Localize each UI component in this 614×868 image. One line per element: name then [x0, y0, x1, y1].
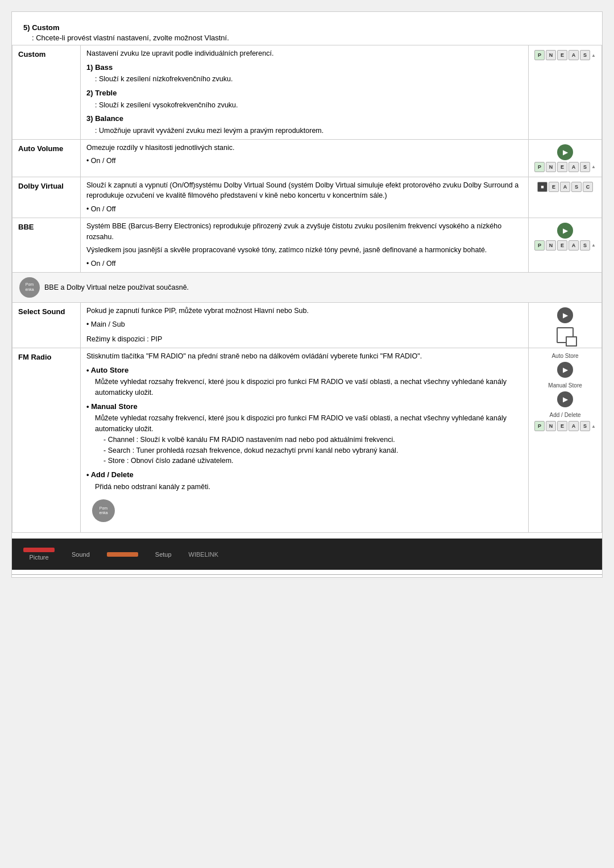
custom-balance-head: 3) Balance [86, 113, 522, 124]
sound-label: Sound [72, 551, 90, 558]
table-row: FM Radio Stisknutím tlačítka "FM RADIO" … [13, 348, 602, 533]
picture-bar [23, 548, 55, 552]
row-label-auto-volume: Auto Volume [13, 139, 81, 177]
c-icon: C [583, 182, 593, 192]
auto-vol-bullet: • On / Off [86, 156, 522, 166]
note-cell: Pomenka BBE a Dolby Virtual nelze použív… [13, 272, 602, 302]
row-content-custom: Nastavení zvuku lze upravit podle indivi… [81, 45, 529, 140]
p-icon: P [534, 240, 545, 251]
table-row: Dolby Virtual Slouží k zapnutí a vypnutí… [13, 177, 602, 218]
s-icon: S [580, 50, 590, 60]
auto-vol-intro: Omezuje rozdíly v hlasitosti jednotlivýc… [86, 143, 522, 153]
icon-strip-custom: P N E A S ▲ [534, 50, 596, 60]
custom-treble-desc: : Slouží k zesílení vysokofrekvenčního z… [95, 100, 522, 111]
row-icon-auto-volume: ▶ P N E A S ▲ [529, 139, 602, 177]
fm-search-desc: - Search : Tuner prohledá rozsah frekven… [103, 445, 522, 456]
wibelink-label: WIBELINK [189, 551, 219, 558]
page-container: 5) Custom : Chcete-li provést vlastní na… [11, 11, 603, 578]
fm-channel-desc: - Channel : Slouží k volbě kanálu FM RAD… [103, 435, 522, 445]
fm-manual-store-head: • Manual Store [86, 401, 522, 412]
picture-label: Picture [29, 554, 48, 561]
fm-manual-store-desc: Můžete vyhledat rozsahy frekvencí, které… [95, 413, 522, 435]
fm-auto-store-desc: Můžete vyhledat rozsahy frekvencí, které… [95, 377, 522, 398]
pom-icon: Pomenka [19, 277, 40, 298]
row-content-dolby: Slouží k zapnutí a vypnutí (On/Off)systé… [81, 177, 529, 218]
row-content-bbe: Systém BBE (Barcus-Berry Electronics) re… [81, 218, 529, 272]
auto-store-label: Auto Store [551, 353, 578, 359]
s-icon: S [580, 421, 590, 431]
note-text: BBE a Dolby Virtual nelze používat souča… [44, 283, 189, 291]
nav-sound[interactable]: Sound [72, 551, 90, 558]
select-sound-icon: ▶ [534, 307, 596, 343]
s-icon: S [571, 182, 582, 192]
top-item-desc: : Chcete-li provést vlastní nastavení, z… [32, 34, 591, 42]
n-icon: N [546, 50, 556, 60]
row-icon-bbe: ▶ P N E A S ▲ [529, 218, 602, 272]
fm-add-delete-head: • Add / Delete [86, 469, 522, 481]
fm-store-desc: - Store : Obnoví číslo zadané uživatelem… [103, 456, 522, 466]
select-sound-mode: Režimy k dispozici : PIP [86, 334, 522, 345]
custom-treble-head: 2) Treble [86, 87, 522, 99]
bbe-intro2: Výsledkem jsou jasnější a skvěle proprac… [86, 245, 522, 256]
icon-strip-dolby: ■ E A S C [534, 182, 596, 192]
nav-setup[interactable]: Setup [155, 551, 172, 558]
row-content-auto-volume: Omezuje rozdíly v hlasitosti jednotlivýc… [81, 139, 529, 177]
e-icon: E [549, 182, 559, 192]
e-icon: E [557, 50, 567, 60]
dolby-bullet: • On / Off [86, 204, 522, 215]
s-icon: S [580, 240, 590, 251]
a-icon: A [560, 182, 570, 192]
footer-divider [12, 574, 602, 575]
a-icon: A [569, 162, 579, 172]
select-sound-intro: Pokud je zapnutí funkce PIP, můžete vybr… [86, 306, 522, 316]
row-label-dolby: Dolby Virtual [13, 177, 81, 218]
a-icon: A [569, 421, 579, 431]
p-icon: P [534, 421, 545, 431]
custom-intro: Nastavení zvuku lze upravit podle indivi… [86, 48, 522, 59]
play-icon-green: ▶ [557, 144, 573, 160]
custom-balance-desc: : Umožňuje upravit vyvážení zvuku mezi l… [95, 126, 522, 136]
n-icon: N [546, 421, 556, 431]
e-icon: E [557, 162, 567, 172]
row-icon-fm: Auto Store ▶ Manual Store ▶ Add / Delete… [529, 348, 602, 533]
fm-note-inline: Pomenka [92, 499, 522, 522]
row-icon-select-sound: ▶ [529, 302, 602, 348]
table-row: Select Sound Pokud je zapnutí funkce PIP… [13, 302, 602, 348]
n-icon: N [546, 162, 556, 172]
row-label-fm-radio: FM Radio [13, 348, 81, 533]
manual-store-label: Manual Store [548, 382, 582, 389]
time-bar [107, 552, 138, 557]
pom-icon-fm: Pomenka [92, 499, 115, 522]
fm-add-delete-desc: Přidá nebo odstraní kanály z paměti. [95, 482, 522, 493]
n-icon: N [546, 240, 556, 251]
e-icon: E [557, 240, 567, 251]
e-icon: E [557, 421, 567, 431]
play-icon-select: ▶ [557, 307, 573, 323]
p-icon: P [534, 162, 545, 172]
add-delete-label: Add / Delete [550, 412, 581, 418]
main-table: Custom Nastavení zvuku lze upravit podle… [12, 45, 602, 533]
p-icon: P [534, 50, 545, 60]
pip-icon [557, 327, 574, 343]
custom-bass-desc: : Slouží k zesílení nízkofrekvenčního zv… [95, 74, 522, 85]
bbe-intro: Systém BBE (Barcus-Berry Electronics) re… [86, 221, 522, 243]
fm-intro: Stisknutím tlačítka "FM RADIO" na přední… [86, 351, 522, 362]
fm-auto-store-head: • Auto Store [86, 365, 522, 376]
nav-wibelink[interactable]: WIBELINK [189, 551, 219, 558]
a-icon: A [569, 50, 579, 60]
top-item-number: 5) Custom [23, 23, 591, 32]
bottom-nav-bar: Picture Sound Setup WIBELINK [12, 539, 602, 570]
row-content-select-sound: Pokud je zapnutí funkce PIP, můžete vybr… [81, 302, 529, 348]
top-section: 5) Custom : Chcete-li provést vlastní na… [12, 18, 602, 45]
row-icon-dolby: ■ E A S C [529, 177, 602, 218]
table-row: BBE Systém BBE (Barcus-Berry Electronics… [13, 218, 602, 272]
nav-picture[interactable]: Picture [23, 548, 55, 561]
dolby-intro: Slouží k zapnutí a vypnutí (On/Off)systé… [86, 180, 522, 202]
play-icon-bbe: ▶ [557, 223, 573, 239]
play-manual-store: ▶ [557, 391, 573, 407]
nav-time[interactable] [107, 552, 138, 557]
custom-bass-head: 1) Bass [86, 62, 522, 73]
fm-icons: Auto Store ▶ Manual Store ▶ Add / Delete… [534, 353, 596, 431]
a-icon: A [569, 240, 579, 251]
icon-strip-bbe: P N E A S ▲ [534, 240, 596, 251]
